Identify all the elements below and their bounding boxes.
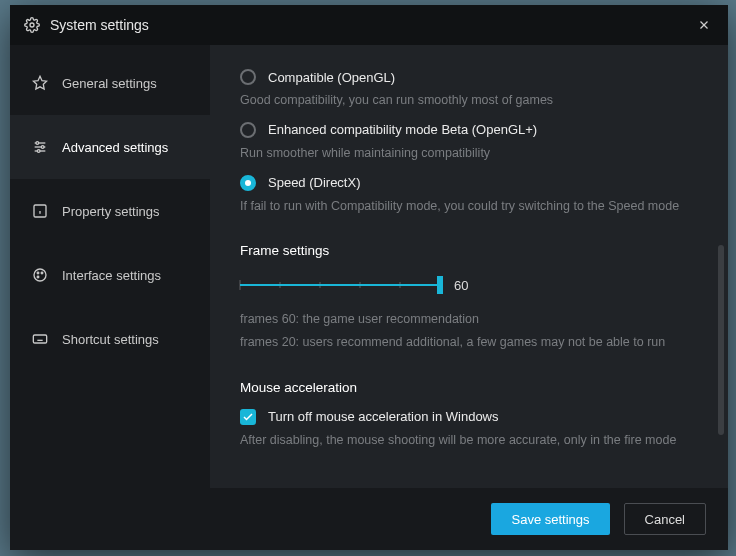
svg-point-8 bbox=[41, 146, 44, 149]
sidebar-item-property[interactable]: Property settings bbox=[10, 179, 210, 243]
palette-icon bbox=[32, 267, 48, 283]
frame-slider-row: 60 bbox=[240, 276, 698, 294]
content-scroll: Compatible (OpenGL) Good compatibility, … bbox=[240, 45, 698, 488]
svg-point-14 bbox=[37, 272, 39, 274]
svg-point-16 bbox=[37, 276, 39, 278]
sliders-icon bbox=[32, 139, 48, 155]
frame-desc-2: frames 20: users recommend additional, a… bbox=[240, 333, 698, 352]
radio-icon bbox=[240, 122, 256, 138]
frame-slider-value: 60 bbox=[454, 278, 468, 293]
sidebar-item-label: Interface settings bbox=[62, 268, 161, 283]
svg-point-13 bbox=[34, 269, 46, 281]
sidebar-item-interface[interactable]: Interface settings bbox=[10, 243, 210, 307]
sidebar-item-general[interactable]: General settings bbox=[10, 51, 210, 115]
svg-marker-3 bbox=[33, 76, 46, 89]
scrollbar-thumb[interactable] bbox=[718, 245, 724, 435]
radio-option-compatible[interactable]: Compatible (OpenGL) bbox=[240, 69, 698, 85]
radio-option-speed[interactable]: Speed (DirectX) bbox=[240, 175, 698, 191]
svg-point-15 bbox=[41, 272, 43, 274]
window-title: System settings bbox=[50, 17, 149, 33]
svg-rect-17 bbox=[33, 335, 46, 343]
sidebar-item-label: Property settings bbox=[62, 204, 160, 219]
cancel-button[interactable]: Cancel bbox=[624, 503, 706, 535]
radio-option-enhanced[interactable]: Enhanced compatibility mode Beta (OpenGL… bbox=[240, 122, 698, 138]
sidebar: General settings Advanced settings Prope… bbox=[10, 45, 210, 488]
frame-slider[interactable] bbox=[240, 276, 440, 294]
radio-icon bbox=[240, 69, 256, 85]
sidebar-item-advanced[interactable]: Advanced settings bbox=[10, 115, 210, 179]
mouse-accel-desc: After disabling, the mouse shooting will… bbox=[240, 431, 698, 450]
radio-icon bbox=[240, 175, 256, 191]
gear-icon bbox=[24, 17, 40, 33]
radio-desc: Run smoother while maintaining compatibi… bbox=[240, 144, 698, 163]
sidebar-item-shortcut[interactable]: Shortcut settings bbox=[10, 307, 210, 371]
frame-desc-1: frames 60: the game user recommendation bbox=[240, 310, 698, 329]
mouse-accel-title: Mouse acceleration bbox=[240, 380, 698, 395]
close-icon bbox=[697, 18, 711, 32]
checkbox-icon bbox=[240, 409, 256, 425]
checkbox-label: Turn off mouse acceleration in Windows bbox=[268, 409, 499, 424]
radio-label: Speed (DirectX) bbox=[268, 175, 360, 190]
close-button[interactable] bbox=[694, 15, 714, 35]
star-icon bbox=[32, 75, 48, 91]
keyboard-icon bbox=[32, 331, 48, 347]
svg-point-7 bbox=[36, 142, 39, 145]
window-body: General settings Advanced settings Prope… bbox=[10, 45, 728, 488]
frame-settings-title: Frame settings bbox=[240, 243, 698, 258]
radio-label: Compatible (OpenGL) bbox=[268, 70, 395, 85]
svg-point-0 bbox=[30, 23, 34, 27]
content-pane: Compatible (OpenGL) Good compatibility, … bbox=[210, 45, 728, 488]
radio-desc: If fail to run with Compatibility mode, … bbox=[240, 197, 698, 216]
radio-label: Enhanced compatibility mode Beta (OpenGL… bbox=[268, 122, 537, 137]
save-button[interactable]: Save settings bbox=[491, 503, 609, 535]
sidebar-item-label: General settings bbox=[62, 76, 157, 91]
radio-desc: Good compatibility, you can run smoothly… bbox=[240, 91, 698, 110]
titlebar: System settings bbox=[10, 5, 728, 45]
svg-point-9 bbox=[37, 150, 40, 153]
sidebar-item-label: Advanced settings bbox=[62, 140, 168, 155]
info-icon bbox=[32, 203, 48, 219]
footer: Save settings Cancel bbox=[10, 488, 728, 550]
sidebar-item-label: Shortcut settings bbox=[62, 332, 159, 347]
mouse-accel-checkbox-row[interactable]: Turn off mouse acceleration in Windows bbox=[240, 409, 698, 425]
settings-window: System settings General settings Advance… bbox=[10, 5, 728, 550]
